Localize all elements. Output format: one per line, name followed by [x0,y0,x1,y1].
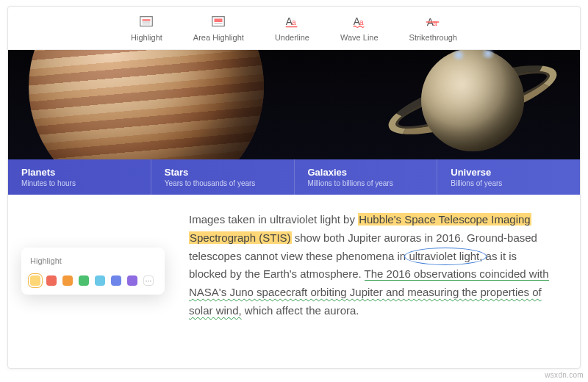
category-title: Stars [165,167,281,178]
category-universe[interactable]: Universe Billions of years [437,159,580,195]
highlight-icon [138,14,154,30]
wave-line-icon: Aa [351,14,368,30]
highlight-tool-label: Highlight [131,33,162,42]
color-swatch-blue[interactable] [111,275,121,286]
color-swatch-row: ··· [30,275,156,286]
color-swatch-orange[interactable] [62,275,73,286]
svg-rect-0 [140,17,153,26]
saturn-illustration [392,50,553,159]
highlighted-text[interactable]: Hubble's Space Telescope Imaging [358,213,531,226]
color-swatch-yellow[interactable] [30,275,40,286]
strikethrough-icon: Aa [425,14,441,30]
annotation-toolbar: Highlight Area Highlight Aa Underline Aa… [8,7,580,50]
category-title: Planets [21,167,137,178]
category-sub: Billions of years [451,179,567,187]
category-sub: Minutes to hours [21,179,137,187]
strikethrough-tool-label: Strikethrough [409,33,457,42]
category-title: Universe [451,167,567,178]
highlight-color-popover: Highlight ··· [21,248,165,295]
category-sub: Millions to billions of years [308,179,424,187]
svg-rect-5 [215,18,223,22]
category-title: Galaxies [308,167,424,178]
popover-label: Highlight [30,256,156,265]
color-swatch-red[interactable] [46,275,57,286]
color-swatch-cyan[interactable] [95,275,105,286]
wave-line-tool[interactable]: Aa Wave Line [340,14,379,42]
underline-tool[interactable]: Aa Underline [275,14,309,42]
area-highlight-tool[interactable]: Area Highlight [193,14,244,42]
highlighted-text[interactable]: Spectrograph (STIS) [189,231,292,244]
svg-rect-1 [143,19,151,21]
article-text: which affect the aurora. [242,304,359,317]
jupiter-illustration [29,50,264,159]
svg-text:a: a [359,18,364,26]
strikethrough-tool[interactable]: Aa Strikethrough [409,14,457,42]
underlined-text[interactable]: The 2016 observations coincided with [365,267,549,281]
underline-tool-label: Underline [275,33,309,42]
article-text: Images taken in ultraviolet light by [189,213,358,226]
wavy-underline-text[interactable]: solar wind, [189,304,242,317]
category-stars[interactable]: Stars Years to thousands of years [151,159,295,195]
area-highlight-tool-label: Area Highlight [193,33,244,42]
more-colors-button[interactable]: ··· [143,275,154,286]
area-highlight-icon [210,14,226,30]
watermark-text: wsxdn.com [545,371,584,379]
category-planets[interactable]: Planets Minutes to hours [8,159,151,195]
category-galaxies[interactable]: Galaxies Millions to billions of years [295,159,438,195]
category-sub: Years to thousands of years [165,179,281,187]
highlight-tool[interactable]: Highlight [131,14,162,42]
color-swatch-purple[interactable] [127,275,137,286]
circled-annotation[interactable]: ultraviolet light, [409,250,482,262]
underline-icon: Aa [284,14,300,30]
svg-text:a: a [292,18,296,26]
wave-line-tool-label: Wave Line [340,33,379,42]
wavy-underline-text[interactable]: NASA's Juno spacecraft orbiting Jupiter … [189,286,542,298]
svg-text:a: a [433,19,437,27]
category-bar: Planets Minutes to hours Stars Years to … [8,159,580,195]
color-swatch-green[interactable] [79,275,89,286]
hero-image [8,50,580,159]
